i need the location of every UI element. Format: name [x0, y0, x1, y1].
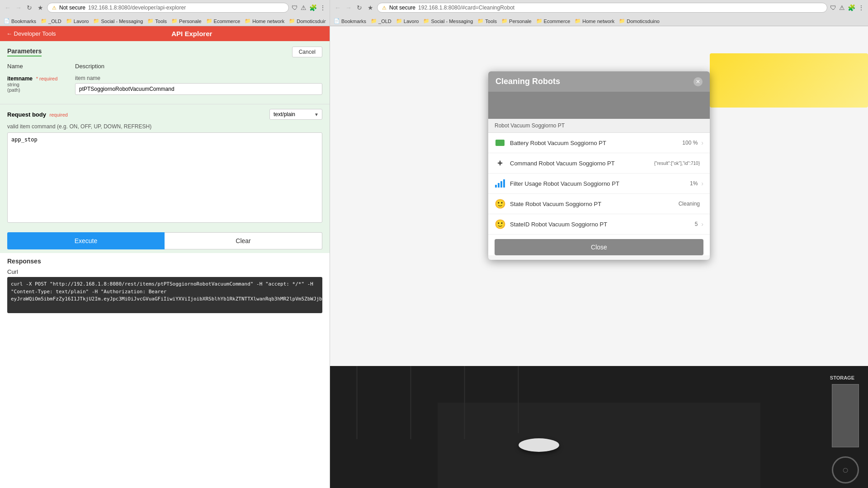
battery-icon [495, 137, 505, 148]
params-header: Parameters Cancel [7, 47, 322, 57]
storage-label: STORAGE [830, 375, 854, 380]
bookmark-lavoro[interactable]: 📁 Lavoro [66, 18, 89, 24]
param-name: itemname * required [7, 75, 66, 82]
toolbar-icons-left: 🛡 ⚠ 🧩 ⋮ [292, 4, 326, 11]
params-table: Name Description itemname * required str… [7, 61, 322, 99]
filter-item-name: Filter Usage Robot Vacuum Soggiorno PT [510, 180, 690, 187]
param-description: item name [75, 75, 322, 81]
list-item-state[interactable]: 🙂 State Robot Vacuum Soggiorno PT Cleani… [488, 194, 710, 214]
param-row-itemname: itemname * required string (path) item n… [7, 71, 322, 99]
forward-button-right[interactable]: → [344, 4, 353, 12]
list-item-battery[interactable]: Battery Robot Vacuum Soggiorno PT 100 % … [488, 133, 710, 153]
list-item-command[interactable]: + Command Robot Vacuum Soggiorno PT {"re… [488, 153, 710, 174]
request-body-hint: valid item command (e.g. ON, OFF, UP, DO… [7, 123, 322, 130]
itemname-input[interactable] [75, 83, 322, 95]
storage-unit [832, 384, 859, 447]
param-type: string [7, 82, 66, 87]
browser-chrome-left: ← → ↻ ★ ⚠ Not secure 192.168.1.8:8080/de… [0, 0, 330, 26]
stateid-item-value: 5 [695, 221, 698, 227]
col-header-desc: Description [75, 63, 322, 70]
r-bookmark-domotics[interactable]: 📁 Domoticsduino [619, 18, 660, 24]
r-bookmark-lavoro[interactable]: 📁 Lavoro [396, 18, 419, 24]
modal-header: Cleaning Robots × [488, 71, 710, 92]
warning-icon-left: ⚠ [301, 4, 307, 11]
more-icon-left[interactable]: ⋮ [320, 4, 326, 11]
responses-label: Responses [7, 258, 322, 265]
curl-section: Curl curl -X POST "http://192.168.1.8:80… [7, 268, 322, 313]
parameters-label: Parameters [7, 47, 42, 56]
list-item-stateid[interactable]: 🙂 StateID Robot Vacuum Soggiorno PT 5 › [488, 214, 710, 235]
r-bookmark-old[interactable]: 📁 _OLD [371, 18, 392, 24]
browser-window-left: ← → ↻ ★ ⚠ Not secure 192.168.1.8:8080/de… [0, 0, 330, 488]
api-explorer-title: API Explorer [61, 30, 323, 38]
bookmarks-bar-right: 📄 Bookmarks 📁 _OLD 📁 Lavoro 📁 Social - M… [334, 16, 864, 26]
address-bar-right[interactable]: ⚠ Not secure 192.168.1.8:8080/#card=Clea… [377, 3, 827, 13]
modal-close-bottom-button[interactable]: Close [495, 239, 703, 255]
bookmark-bookmarks[interactable]: 📄 Bookmarks [4, 18, 36, 24]
curl-label: Curl [7, 268, 322, 275]
request-body-textarea[interactable]: app_stop [7, 132, 322, 223]
execute-button[interactable]: Execute [7, 232, 165, 249]
col-header-name: Name [7, 63, 66, 70]
list-item-filter[interactable]: Filter Usage Robot Vacuum Soggiorno PT 1… [488, 174, 710, 194]
content-type-select[interactable]: text/plain application/json [269, 109, 322, 120]
command-plus-icon: + [495, 158, 505, 169]
nav-bar-right: ← → ↻ ★ ⚠ Not secure 192.168.1.8:8080/#c… [334, 3, 864, 14]
stateid-item-arrow: › [701, 221, 703, 228]
battery-item-value: 100 % [682, 140, 698, 146]
toolbar-icons-right: 🛡 ⚠ 🧩 ⋮ [830, 4, 864, 11]
clear-button[interactable]: Clear [165, 232, 322, 249]
forward-button-left[interactable]: → [14, 4, 23, 12]
address-bar-left[interactable]: ⚠ Not secure 192.168.1.8:8080/developer/… [47, 3, 289, 13]
content-type-wrapper: text/plain application/json [269, 109, 322, 120]
r-bookmark-home[interactable]: 📁 Home network [575, 18, 614, 24]
responses-section: Responses Curl curl -X POST "http://192.… [0, 253, 330, 318]
stateid-item-name: StateID Robot Vacuum Soggiorno PT [510, 221, 695, 228]
right-page-content: Cleaning Robots × Robot Vacuum Soggiorno… [330, 26, 868, 488]
r-bookmark-bookmarks[interactable]: 📄 Bookmarks [334, 18, 366, 24]
bookmark-home[interactable]: 📁 Home network [245, 18, 284, 24]
left-page-content: ← Developer Tools API Explorer Parameter… [0, 26, 330, 488]
r-bookmark-social[interactable]: 📁 Social - Messaging [423, 18, 473, 24]
request-body-label: Request body required [7, 111, 68, 118]
reload-button-right[interactable]: ↻ [355, 4, 363, 12]
shield-icon-right: 🛡 [830, 4, 836, 11]
bookmark-social[interactable]: 📁 Social - Messaging [93, 18, 143, 24]
r-bookmark-ecommerce[interactable]: 📁 Ecommerce [536, 18, 571, 24]
back-button-left[interactable]: ← [4, 4, 12, 12]
reload-button-left[interactable]: ↻ [25, 4, 33, 12]
bookmarks-bar-left: 📄 Bookmarks 📁 _OLD 📁 Lavoro 📁 Social - M… [4, 16, 326, 26]
browser-chrome-right: ← → ↻ ★ ⚠ Not secure 192.168.1.8:8080/#c… [330, 0, 868, 26]
nav-bar-left: ← → ↻ ★ ⚠ Not secure 192.168.1.8:8080/de… [4, 3, 326, 14]
stateid-smile-icon: 🙂 [495, 219, 505, 230]
bookmark-old[interactable]: 📁 _OLD [41, 18, 61, 24]
bookmark-tools[interactable]: 📁 Tools [147, 18, 167, 24]
param-name-col: itemname * required string (path) [7, 75, 66, 93]
back-button-right[interactable]: ← [334, 4, 342, 12]
bookmark-star-right[interactable]: ★ [366, 4, 374, 12]
r-bookmark-personale[interactable]: 📁 Personale [501, 18, 532, 24]
battery-item-arrow: › [701, 139, 703, 146]
param-required: * required [36, 76, 58, 81]
command-item-name: Command Robot Vacuum Soggiorno PT [510, 160, 654, 167]
warning-icon-right: ⚠ [839, 4, 845, 11]
svg-rect-1 [438, 403, 760, 488]
bookmark-personale[interactable]: 📁 Personale [171, 18, 202, 24]
param-input-col: item name [75, 75, 322, 95]
param-path: (path) [7, 87, 66, 93]
params-table-header: Name Description [7, 61, 322, 71]
bookmark-star-left[interactable]: ★ [36, 4, 44, 12]
filter-item-value: 1% [690, 180, 698, 187]
modal-title: Cleaning Robots [495, 77, 560, 86]
floor-svg [330, 366, 868, 488]
body-required: required [50, 112, 68, 117]
cancel-button[interactable]: Cancel [292, 47, 322, 57]
back-to-dev-tools[interactable]: ← Developer Tools [6, 30, 56, 37]
modal-gray-area [488, 92, 710, 119]
browser-window-right: ← → ↻ ★ ⚠ Not secure 192.168.1.8:8080/#c… [330, 0, 868, 488]
bookmark-ecommerce[interactable]: 📁 Ecommerce [206, 18, 241, 24]
r-bookmark-tools[interactable]: 📁 Tools [477, 18, 497, 24]
modal-close-button[interactable]: × [693, 77, 703, 86]
more-icon-right[interactable]: ⋮ [858, 4, 864, 11]
bookmark-domotics[interactable]: 📁 Domoticsduino [289, 18, 326, 24]
